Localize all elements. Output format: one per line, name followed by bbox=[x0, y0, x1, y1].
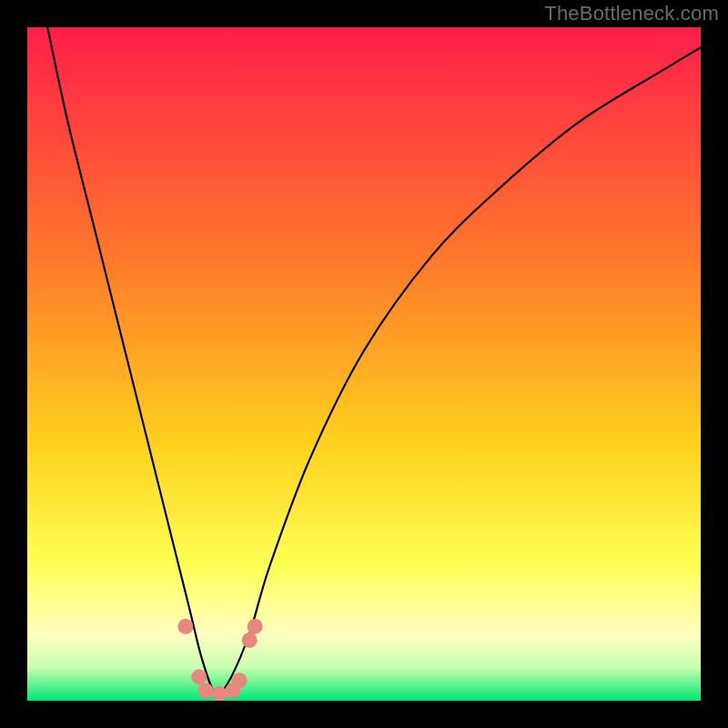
bottleneck-curve bbox=[47, 27, 701, 695]
data-marker bbox=[232, 672, 248, 688]
data-marker bbox=[177, 619, 193, 634]
data-marker bbox=[242, 632, 258, 648]
data-marker bbox=[248, 619, 263, 634]
watermark-text: TheBottleneck.com bbox=[544, 2, 719, 25]
data-marker bbox=[198, 682, 214, 698]
data-markers bbox=[177, 619, 262, 701]
outer-frame: TheBottleneck.com bbox=[0, 0, 728, 728]
data-marker bbox=[191, 670, 207, 685]
plot-area bbox=[27, 27, 701, 701]
curve-layer bbox=[27, 27, 701, 701]
